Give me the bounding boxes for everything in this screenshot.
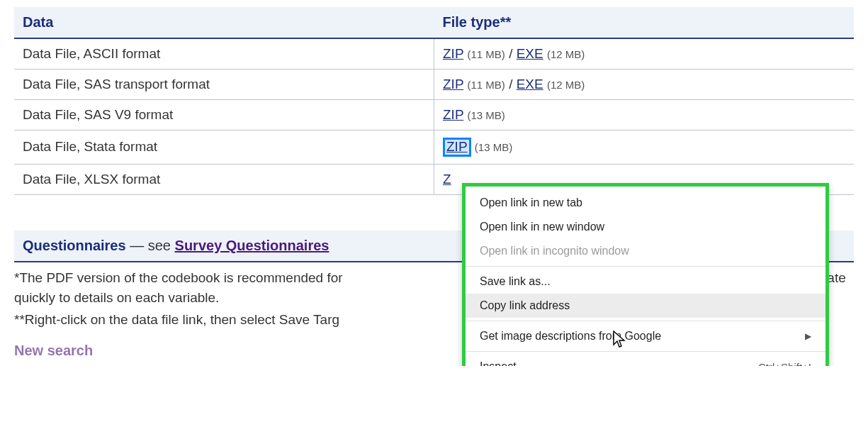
file-size: (13 MB) (475, 141, 512, 153)
context-menu-shortcut: Ctrl+Shift+I (758, 361, 811, 367)
header-filetype: File type** (434, 7, 855, 38)
file-link[interactable]: ZIP (443, 107, 463, 122)
file-link[interactable]: EXE (517, 77, 543, 91)
highlighted-link[interactable]: ZIP (443, 138, 471, 157)
file-link[interactable]: ZIP (446, 139, 468, 154)
context-menu-item[interactable]: Copy link address (466, 294, 825, 318)
see-text: see (148, 238, 171, 253)
file-size: (13 MB) (468, 109, 505, 121)
context-menu-item[interactable]: Save link as... (466, 270, 825, 294)
file-type-cell: ZIP (11 MB) / EXE (12 MB) (434, 38, 855, 70)
separator: / (509, 46, 512, 61)
separator: / (509, 77, 512, 91)
data-label: Data File, SAS transport format (14, 70, 434, 100)
file-size: (11 MB) (468, 48, 505, 60)
file-link[interactable]: EXE (517, 46, 543, 61)
file-type-cell: ZIP (13 MB) (434, 100, 855, 131)
file-type-cell: ZIP (13 MB) (434, 131, 855, 165)
header-data: Data (14, 7, 434, 38)
data-label: Data File, Stata format (14, 131, 434, 165)
dash: — (130, 238, 148, 253)
context-menu-item[interactable]: Open link in new window (466, 215, 825, 239)
file-type-cell: ZIP (11 MB) / EXE (12 MB) (434, 70, 855, 100)
survey-questionnaires-link[interactable]: Survey Questionnaires (175, 238, 329, 253)
chevron-right-icon: ▶ (805, 331, 811, 341)
context-menu-label: Inspect (480, 360, 517, 366)
context-menu-item[interactable]: InspectCtrl+Shift+I (466, 355, 825, 366)
file-size: (11 MB) (468, 79, 505, 91)
context-menu-label: Copy link address (480, 299, 570, 312)
questionnaires-title: Questionnaires (23, 238, 126, 253)
data-label: Data File, SAS V9 format (14, 100, 434, 131)
context-menu-label: Open link in new window (480, 221, 604, 233)
file-size: (12 MB) (547, 48, 585, 60)
data-label: Data File, ASCII format (14, 38, 434, 70)
table-row: Data File, SAS V9 formatZIP (13 MB) (14, 100, 854, 131)
context-menu-label: Open link in new tab (480, 196, 582, 209)
file-link[interactable]: ZIP (443, 77, 463, 91)
context-menu: Open link in new tabOpen link in new win… (462, 183, 829, 366)
data-label: Data File, XLSX format (14, 164, 434, 194)
context-menu-item: Open link in incognito window (466, 239, 825, 263)
context-menu-separator (466, 266, 825, 267)
context-menu-item[interactable]: Get image descriptions from Google▶ (466, 324, 825, 348)
file-link[interactable]: ZIP (443, 46, 463, 61)
data-table: Data File type** Data File, ASCII format… (14, 7, 854, 195)
table-row: Data File, SAS transport formatZIP (11 M… (14, 70, 854, 100)
context-menu-separator (466, 351, 825, 352)
table-row: Data File, Stata formatZIP (13 MB) (14, 131, 854, 165)
footnote-1a: *The PDF version of the codebook is reco… (14, 270, 346, 285)
file-size: (12 MB) (547, 79, 585, 91)
context-menu-label: Save link as... (480, 275, 551, 288)
context-menu-separator (466, 321, 825, 321)
file-link[interactable]: Z (443, 172, 451, 187)
context-menu-label: Open link in incognito window (480, 245, 629, 257)
context-menu-item[interactable]: Open link in new tab (466, 191, 825, 215)
context-menu-label: Get image descriptions from Google (480, 330, 661, 343)
table-row: Data File, ASCII formatZIP (11 MB) / EXE… (14, 38, 854, 70)
